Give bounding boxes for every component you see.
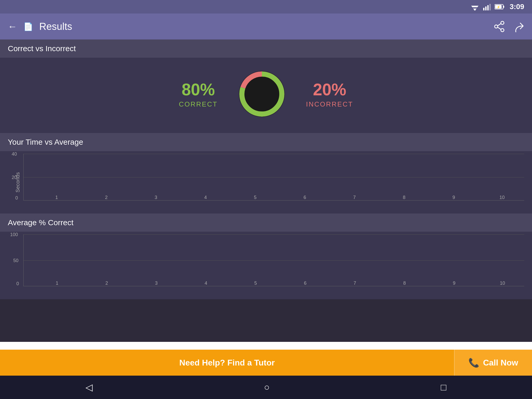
- incorrect-percent: 20%: [306, 80, 353, 99]
- x-label-avg: 1: [56, 281, 58, 286]
- recents-nav-button[interactable]: □: [441, 382, 447, 393]
- x-label: 6: [304, 195, 306, 200]
- avg-bar-group: 3: [142, 280, 158, 286]
- bar-group: 4: [192, 192, 207, 200]
- x-label-avg: 3: [155, 281, 158, 286]
- bar-group: 9: [440, 192, 455, 200]
- bottom-banner: Need Help? Find a Tutor 📞 Call Now: [0, 350, 532, 376]
- time-vs-avg-header: Your Time vs Average: [0, 133, 532, 151]
- share-icon[interactable]: [494, 21, 505, 32]
- status-bar: ⚡ 3:09: [0, 0, 532, 14]
- correct-text: CORRECT: [179, 100, 218, 108]
- avg-bar-group: 10: [489, 280, 505, 286]
- svg-point-14: [501, 29, 504, 32]
- nav-bar: ◁ ○ □: [0, 376, 532, 399]
- svg-rect-4: [483, 8, 484, 10]
- avg-bar-group: 5: [241, 280, 257, 286]
- x-label-avg: 10: [500, 281, 505, 286]
- bar-group: 3: [142, 192, 157, 200]
- x-label-avg: 7: [354, 281, 356, 286]
- x-label: 1: [55, 195, 58, 200]
- back-button[interactable]: ←: [8, 21, 17, 32]
- battery-icon: ⚡: [495, 4, 504, 10]
- signal-icon: [483, 3, 491, 10]
- time-chart-section: Seconds 40 20 0 12345678910: [0, 151, 532, 214]
- x-label: 9: [453, 195, 455, 200]
- x-label-avg: 8: [403, 281, 406, 286]
- svg-point-20: [245, 77, 279, 111]
- status-icons: ⚡: [470, 3, 504, 10]
- wifi-icon: [470, 3, 480, 10]
- toolbar: ← 📄 Results: [0, 14, 532, 39]
- svg-rect-9: [503, 6, 504, 8]
- x-label: 8: [403, 195, 405, 200]
- home-nav-button[interactable]: ○: [264, 382, 270, 393]
- donut-section: 80% CORRECT 20% INCORRECT: [0, 58, 532, 133]
- white-gap: [0, 342, 532, 350]
- incorrect-label: 20% INCORRECT: [306, 80, 353, 108]
- correct-percent: 80%: [179, 80, 218, 99]
- avg-bar-group: 4: [192, 280, 207, 286]
- bar-group: 1: [43, 192, 58, 200]
- grid-0-time: 0: [15, 195, 18, 201]
- avg-correct-header: Average % Correct: [0, 214, 532, 232]
- avg-bar-group: 9: [440, 280, 455, 286]
- back-nav-button[interactable]: ◁: [85, 382, 93, 393]
- correct-vs-incorrect-header: Correct vs Incorrect: [0, 39, 532, 58]
- svg-point-13: [495, 25, 498, 28]
- donut-chart: [233, 65, 290, 123]
- grid-0-avg: 0: [16, 281, 19, 287]
- call-now-button[interactable]: 📞 Call Now: [454, 350, 532, 376]
- svg-rect-5: [485, 6, 487, 10]
- svg-text:⚡: ⚡: [497, 5, 500, 9]
- x-label-avg: 2: [105, 281, 108, 286]
- x-label: 7: [353, 195, 356, 200]
- redo-icon[interactable]: [513, 21, 524, 32]
- grid-40: 40: [12, 151, 17, 157]
- grid-20: 20: [12, 175, 17, 180]
- x-label: 10: [500, 195, 505, 200]
- toolbar-title: Results: [39, 21, 487, 32]
- x-label-avg: 4: [205, 281, 207, 286]
- svg-rect-7: [489, 4, 491, 10]
- svg-point-12: [501, 21, 504, 24]
- avg-bar-group: 8: [390, 280, 406, 286]
- bar-group: 5: [242, 192, 256, 200]
- doc-icon: 📄: [23, 22, 33, 31]
- grid-50: 50: [13, 258, 18, 263]
- avg-bar-group: 2: [92, 280, 108, 286]
- x-label: 5: [254, 195, 256, 200]
- x-label: 3: [155, 195, 157, 200]
- x-label-avg: 9: [453, 281, 455, 286]
- status-time: 3:09: [510, 3, 524, 11]
- x-label-avg: 5: [254, 281, 257, 286]
- find-tutor-banner[interactable]: Need Help? Find a Tutor: [0, 350, 454, 376]
- x-label: 2: [105, 195, 108, 200]
- svg-line-16: [498, 27, 501, 29]
- toolbar-actions: [494, 21, 524, 32]
- avg-bar-group: 6: [291, 280, 307, 286]
- bar-group: 7: [341, 192, 356, 200]
- incorrect-text: INCORRECT: [306, 100, 353, 108]
- main-content: Correct vs Incorrect 80% CORRECT: [0, 39, 532, 342]
- svg-line-15: [498, 24, 501, 26]
- bar-group: 2: [93, 192, 108, 200]
- svg-rect-6: [487, 5, 489, 10]
- bar-group: 8: [391, 192, 405, 200]
- avg-bar-group: 1: [43, 280, 58, 286]
- phone-icon: 📞: [468, 357, 479, 368]
- x-label: 4: [204, 195, 207, 200]
- avg-bar-group: 7: [341, 280, 356, 286]
- avg-chart-section: 100 50 0 12345678910: [0, 232, 532, 299]
- bar-group: 10: [490, 192, 505, 200]
- bar-group: 6: [291, 192, 306, 200]
- correct-label: 80% CORRECT: [179, 80, 218, 108]
- x-label-avg: 6: [304, 281, 307, 286]
- grid-100: 100: [10, 232, 18, 237]
